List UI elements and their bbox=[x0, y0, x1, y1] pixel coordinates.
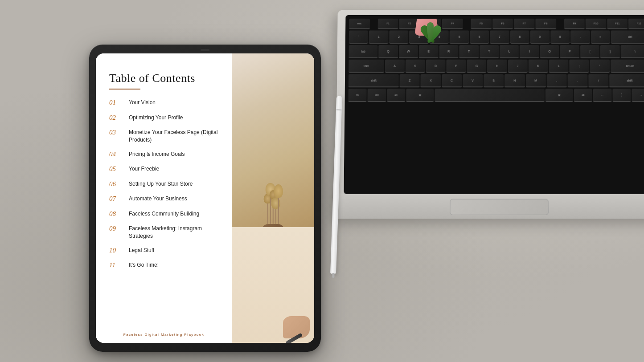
key-u[interactable]: U bbox=[500, 45, 519, 58]
laptop-body: esc F1 F2 F3 F4 F5 F6 F7 F8 F9 F10 F11 F… bbox=[336, 10, 644, 219]
key-alt[interactable]: alt bbox=[387, 89, 405, 102]
toc-label-11: It's Go Time! bbox=[129, 261, 159, 269]
key-i[interactable]: I bbox=[520, 45, 539, 58]
key-quote[interactable]: ' bbox=[590, 60, 610, 73]
key-rbracket[interactable]: ] bbox=[600, 45, 619, 58]
key-7[interactable]: 7 bbox=[490, 30, 509, 44]
key-p[interactable]: P bbox=[560, 45, 579, 58]
key-m[interactable]: M bbox=[525, 74, 546, 87]
toc-number-3: 03 bbox=[109, 128, 122, 137]
key-5[interactable]: 5 bbox=[450, 30, 469, 44]
key-esc[interactable]: esc bbox=[349, 19, 370, 29]
key-delete[interactable]: del bbox=[611, 30, 644, 44]
key-f6[interactable]: F6 bbox=[492, 19, 513, 29]
key-e[interactable]: E bbox=[419, 45, 438, 58]
key-row-asdf: caps A S D F G H J K L ; ' return bbox=[349, 60, 644, 73]
key-lshift[interactable]: shift bbox=[349, 74, 399, 87]
key-x[interactable]: X bbox=[421, 74, 441, 87]
key-rshift[interactable]: shift bbox=[610, 74, 644, 87]
key-f11[interactable]: F11 bbox=[607, 19, 628, 29]
key-backslash[interactable]: \ bbox=[620, 45, 644, 58]
key-v[interactable]: V bbox=[463, 74, 483, 87]
key-f9[interactable]: F9 bbox=[564, 19, 585, 29]
document-right-panel bbox=[232, 53, 314, 343]
key-return[interactable]: return bbox=[611, 60, 644, 73]
key-f1[interactable]: F1 bbox=[377, 19, 398, 29]
key-slash[interactable]: / bbox=[589, 74, 609, 87]
key-6[interactable]: 6 bbox=[470, 30, 489, 44]
key-period[interactable]: . bbox=[567, 74, 587, 87]
key-arrow-updown[interactable]: ↑↓ bbox=[612, 89, 631, 102]
key-f10[interactable]: F10 bbox=[586, 19, 606, 29]
toc-items-list: 01 Your Vision 02 Optimizing Your Profil… bbox=[109, 98, 218, 270]
key-z[interactable]: Z bbox=[400, 74, 420, 87]
toc-label-7: Automate Your Business bbox=[129, 195, 187, 203]
key-f8[interactable]: F8 bbox=[535, 19, 556, 29]
key-ralt[interactable]: alt bbox=[574, 89, 592, 102]
toc-number-8: 08 bbox=[109, 210, 122, 219]
toc-label-6: Setting Up Your Stan Store bbox=[129, 180, 193, 188]
dried-flowers-scene bbox=[236, 82, 310, 242]
key-b[interactable]: B bbox=[484, 74, 504, 87]
key-l[interactable]: L bbox=[549, 60, 569, 73]
key-f4[interactable]: F4 bbox=[442, 19, 463, 29]
toc-title: Table of Contents bbox=[109, 71, 218, 85]
key-t[interactable]: T bbox=[459, 45, 478, 58]
key-rcmd[interactable]: ⌘ bbox=[546, 89, 573, 102]
key-k[interactable]: K bbox=[529, 60, 548, 73]
document-left-panel: Table of Contents 01 Your Vision 02 Opti… bbox=[96, 53, 232, 343]
laptop: esc F1 F2 F3 F4 F5 F6 F7 F8 F9 F10 F11 F… bbox=[335, 10, 644, 241]
key-n[interactable]: N bbox=[505, 74, 525, 87]
key-a[interactable]: A bbox=[385, 60, 404, 73]
key-lbracket[interactable]: [ bbox=[580, 45, 599, 58]
key-ctrl[interactable]: ctrl bbox=[368, 89, 386, 102]
key-comma[interactable]: , bbox=[546, 74, 566, 87]
toc-label-5: Your Freebie bbox=[129, 165, 159, 173]
key-0[interactable]: 0 bbox=[550, 30, 570, 44]
key-9[interactable]: 9 bbox=[530, 30, 550, 44]
desk-area bbox=[232, 227, 314, 343]
key-w[interactable]: W bbox=[399, 45, 418, 58]
key-fn[interactable]: fn bbox=[349, 89, 367, 102]
key-row-fn: esc F1 F2 F3 F4 F5 F6 F7 F8 F9 F10 F11 F… bbox=[349, 19, 644, 29]
key-semicolon[interactable]: ; bbox=[570, 60, 589, 73]
key-f[interactable]: F bbox=[447, 60, 466, 73]
key-backtick[interactable]: ` bbox=[349, 30, 368, 44]
key-c[interactable]: C bbox=[442, 74, 462, 87]
flower-head-5 bbox=[274, 184, 283, 198]
key-row-qwerty: tab Q W E R T Y U I O P [ ] \ bbox=[349, 45, 644, 58]
key-s[interactable]: S bbox=[405, 60, 425, 73]
key-j[interactable]: J bbox=[508, 60, 528, 73]
key-y[interactable]: Y bbox=[480, 45, 499, 58]
key-f12[interactable]: F12 bbox=[628, 19, 644, 29]
key-2[interactable]: 2 bbox=[389, 30, 408, 44]
key-f5[interactable]: F5 bbox=[471, 19, 491, 29]
key-h[interactable]: H bbox=[488, 60, 507, 73]
toc-item-6: 06 Setting Up Your Stan Store bbox=[109, 180, 218, 189]
toc-label-2: Optimizing Your Profile bbox=[129, 114, 183, 122]
key-caps[interactable]: caps bbox=[349, 60, 384, 73]
key-q[interactable]: Q bbox=[378, 45, 398, 58]
toc-item-1: 01 Your Vision bbox=[109, 98, 218, 107]
flower-head-4 bbox=[271, 197, 280, 209]
toc-item-4: 04 Pricing & Income Goals bbox=[109, 150, 218, 159]
key-space[interactable] bbox=[435, 89, 545, 102]
toc-label-4: Pricing & Income Goals bbox=[129, 150, 185, 158]
key-g[interactable]: G bbox=[467, 60, 487, 73]
key-minus[interactable]: - bbox=[570, 30, 590, 44]
toc-number-11: 11 bbox=[109, 261, 122, 270]
key-tab[interactable]: tab bbox=[349, 45, 377, 58]
key-1[interactable]: 1 bbox=[369, 30, 388, 44]
key-lcmd[interactable]: ⌘ bbox=[406, 89, 434, 102]
toc-number-4: 04 bbox=[109, 150, 122, 159]
key-r[interactable]: R bbox=[439, 45, 458, 58]
key-8[interactable]: 8 bbox=[510, 30, 529, 44]
key-f7[interactable]: F7 bbox=[514, 19, 534, 29]
stylus-tip bbox=[332, 273, 334, 278]
key-arrow-right[interactable]: → bbox=[632, 89, 644, 102]
key-equals[interactable]: = bbox=[591, 30, 610, 44]
key-d[interactable]: D bbox=[426, 60, 445, 73]
trackpad[interactable] bbox=[450, 199, 548, 215]
key-o[interactable]: O bbox=[540, 45, 559, 58]
key-arrow-left[interactable]: ← bbox=[593, 89, 611, 102]
